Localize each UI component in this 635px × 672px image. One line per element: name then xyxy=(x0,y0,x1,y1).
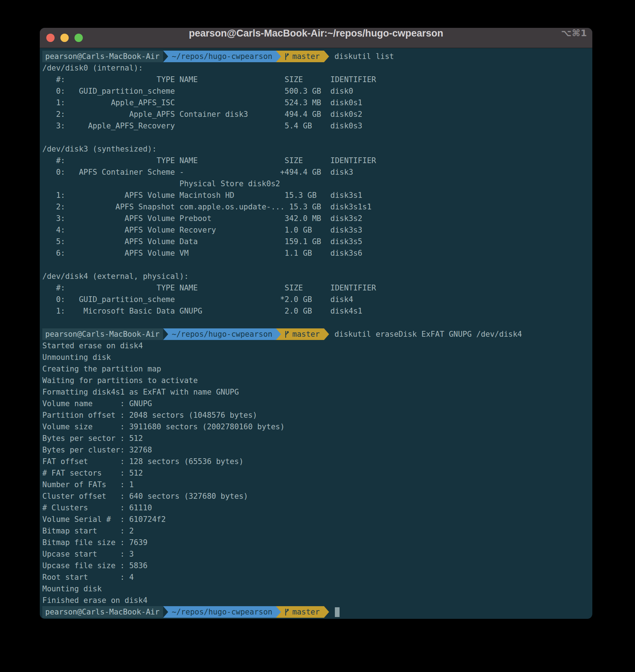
disk-partition-row: 1: Microsoft Basic Data GNUPG 2.0 GB dis… xyxy=(42,305,592,317)
powerline-separator-icon xyxy=(276,328,281,340)
disk-partition-row: 1: Apple_APFS_ISC 524.3 MB disk0s1 xyxy=(42,97,592,109)
erase-field-line: # FAT sectors : 512 xyxy=(42,467,592,479)
disk-partition-row: 0: GUID_partition_scheme *2.0 GB disk4 xyxy=(42,294,592,305)
disk-device-line: /dev/disk3 (synthesized): xyxy=(42,143,592,155)
erase-field-line: Volume Serial # : 610724f2 xyxy=(42,514,592,525)
prompt-line: pearson@Carls-MacBook-Air~/repos/hugo-cw… xyxy=(42,606,592,618)
prompt-directory: ~/repos/hugo-cwpearson xyxy=(168,606,276,618)
disk-partition-row: 0: APFS Container Scheme - +494.4 GB dis… xyxy=(42,166,592,178)
prompt-git-branch: master xyxy=(281,328,324,340)
blank-line xyxy=(42,317,592,328)
git-branch-name: master xyxy=(292,606,320,618)
disk-partition-row: 2: APFS Snapshot com.apple.os.update-...… xyxy=(42,201,592,213)
erase-status-line: Formatting disk4s1 as ExFAT with name GN… xyxy=(42,386,592,398)
erase-status-line: Started erase on disk4 xyxy=(42,340,592,352)
erase-field-line: Upcase file size : 5836 xyxy=(42,560,592,571)
prompt-line: pearson@Carls-MacBook-Air~/repos/hugo-cw… xyxy=(42,51,592,62)
disk-table-header: #: TYPE NAME SIZE IDENTIFIER xyxy=(42,74,592,85)
terminal-cursor xyxy=(335,607,340,617)
disk-partition-row: Physical Store disk0s2 xyxy=(42,178,592,190)
powerline-separator-icon xyxy=(163,606,168,618)
erase-field-line: Upcase start : 3 xyxy=(42,548,592,560)
disk-partition-row: 4: APFS Volume Recovery 1.0 GB disk3s3 xyxy=(42,224,592,236)
prompt-directory: ~/repos/hugo-cwpearson xyxy=(168,328,276,340)
powerline-separator-icon xyxy=(324,606,329,618)
blank-line xyxy=(42,132,592,143)
titlebar[interactable]: pearson@Carls-MacBook-Air:~/repos/hugo-c… xyxy=(40,28,592,48)
erase-field-line: # Clusters : 61110 xyxy=(42,502,592,514)
prompt-user-host: pearson@Carls-MacBook-Air xyxy=(42,606,163,618)
prompt-git-branch: master xyxy=(281,51,324,62)
disk-device-line: /dev/disk0 (internal): xyxy=(42,62,592,74)
disk-table-header: #: TYPE NAME SIZE IDENTIFIER xyxy=(42,155,592,166)
powerline-separator-icon xyxy=(163,328,168,340)
powerline-separator-icon xyxy=(324,328,329,340)
erase-field-line: Root start : 4 xyxy=(42,571,592,583)
erase-field-line: FAT offset : 128 sectors (65536 bytes) xyxy=(42,456,592,467)
erase-field-line: Bytes per sector : 512 xyxy=(42,433,592,444)
prompt-directory: ~/repos/hugo-cwpearson xyxy=(168,51,276,62)
erase-status-line: Finished erase on disk4 xyxy=(42,595,592,606)
terminal-content[interactable]: pearson@Carls-MacBook-Air~/repos/hugo-cw… xyxy=(40,48,592,619)
disk-partition-row: 3: Apple_APFS_Recovery 5.4 GB disk0s3 xyxy=(42,120,592,132)
erase-field-line: Cluster offset : 640 sectors (327680 byt… xyxy=(42,490,592,502)
disk-device-line: /dev/disk4 (external, physical): xyxy=(42,271,592,282)
command-text: diskutil eraseDisk ExFAT GNUPG /dev/disk… xyxy=(334,328,522,340)
disk-partition-row: 3: APFS Volume Preboot 342.0 MB disk3s2 xyxy=(42,213,592,224)
blank-line xyxy=(42,259,592,271)
erase-field-line: Volume size : 3911680 sectors (200278016… xyxy=(42,421,592,433)
erase-field-line: Number of FATs : 1 xyxy=(42,479,592,490)
erase-status-line: Mounting disk xyxy=(42,583,592,595)
git-branch-name: master xyxy=(292,51,320,62)
window-title: pearson@Carls-MacBook-Air:~/repos/hugo-c… xyxy=(40,28,592,48)
erase-field-line: Partition offset : 2048 sectors (1048576… xyxy=(42,409,592,421)
powerline-separator-icon xyxy=(163,51,168,62)
erase-field-line: Bitmap start : 2 xyxy=(42,525,592,537)
git-branch-icon xyxy=(284,52,290,61)
disk-partition-row: 6: APFS Volume VM 1.1 GB disk3s6 xyxy=(42,247,592,259)
git-branch-icon xyxy=(284,608,290,616)
erase-status-line: Waiting for partitions to activate xyxy=(42,375,592,386)
git-branch-icon xyxy=(284,330,290,339)
erase-status-line: Unmounting disk xyxy=(42,352,592,363)
prompt-git-branch: master xyxy=(281,606,324,618)
erase-status-line: Creating the partition map xyxy=(42,363,592,375)
powerline-separator-icon xyxy=(324,51,329,62)
disk-partition-row: 5: APFS Volume Data 159.1 GB disk3s5 xyxy=(42,236,592,247)
disk-table-header: #: TYPE NAME SIZE IDENTIFIER xyxy=(42,282,592,294)
erase-field-line: Bitmap file size : 7639 xyxy=(42,537,592,548)
disk-partition-row: 0: GUID_partition_scheme 500.3 GB disk0 xyxy=(42,85,592,97)
terminal-window[interactable]: pearson@Carls-MacBook-Air:~/repos/hugo-c… xyxy=(40,28,592,619)
git-branch-name: master xyxy=(292,328,320,340)
prompt-line: pearson@Carls-MacBook-Air~/repos/hugo-cw… xyxy=(42,328,592,340)
powerline-separator-icon xyxy=(276,51,281,62)
erase-field-line: Bytes per cluster: 32768 xyxy=(42,444,592,456)
disk-partition-row: 1: APFS Volume Macintosh HD 15.3 GB disk… xyxy=(42,190,592,201)
powerline-separator-icon xyxy=(276,606,281,618)
prompt-user-host: pearson@Carls-MacBook-Air xyxy=(42,328,163,340)
erase-field-line: Volume name : GNUPG xyxy=(42,398,592,409)
disk-partition-row: 2: Apple_APFS Container disk3 494.4 GB d… xyxy=(42,109,592,120)
window-shortcut-badge: ⌥⌘1 xyxy=(561,28,587,48)
prompt-user-host: pearson@Carls-MacBook-Air xyxy=(42,51,163,62)
command-text: diskutil list xyxy=(334,51,394,62)
